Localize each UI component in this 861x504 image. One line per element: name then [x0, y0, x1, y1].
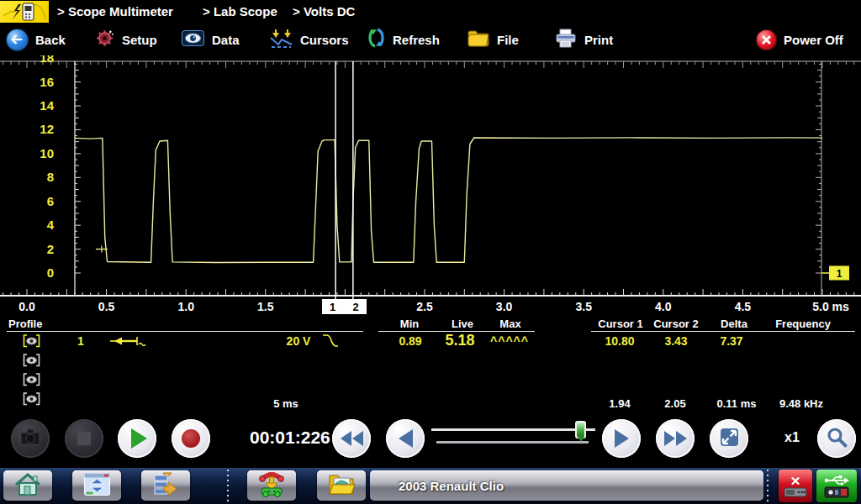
refresh-icon — [367, 27, 385, 52]
back-label: Back — [35, 33, 66, 47]
svg-text:16: 16 — [40, 75, 54, 89]
data-manager-button[interactable] — [141, 470, 190, 501]
active-vehicle-bar[interactable]: 2003 Renault Clio — [370, 470, 763, 501]
back-icon — [7, 29, 28, 50]
scrub-track-bottom[interactable] — [436, 441, 589, 444]
x-tick-label: 0.5 — [98, 300, 114, 313]
record-button[interactable] — [172, 419, 210, 458]
file-button[interactable]: File — [467, 27, 519, 52]
print-label: Print — [584, 33, 613, 47]
x-tick-label: 3.0 — [496, 300, 512, 313]
delta-time: 0.11 ms — [717, 397, 757, 410]
device-icon — [784, 487, 807, 497]
double-left-arrow-icon — [341, 431, 363, 446]
taskbar-separator-2 — [767, 470, 769, 501]
refresh-button[interactable]: Refresh — [367, 27, 440, 52]
cursor-2-tag[interactable]: 2 — [353, 301, 359, 313]
scope-window-icon — [83, 472, 111, 500]
x-tick-label: 3.5 — [575, 300, 591, 313]
channel-2-eye-toggle[interactable] — [23, 354, 40, 370]
data-stack-icon — [152, 472, 179, 500]
printer-icon — [555, 29, 577, 51]
cursors-label: Cursors — [300, 33, 349, 47]
breadcrumb-item-scope-multimeter[interactable]: > Scope Multimeter — [57, 4, 173, 18]
cursor-1-tag[interactable]: 1 — [330, 301, 335, 313]
scrub-track-top[interactable] — [431, 428, 595, 431]
cursor2-header: Cursor 2 — [653, 318, 698, 330]
falling-edge-icon[interactable] — [321, 333, 340, 352]
channel-scale[interactable]: 20 V — [287, 334, 311, 348]
setup-label: Setup — [122, 33, 157, 47]
x-tick-label: 1.5 — [257, 300, 273, 313]
power-off-icon — [757, 30, 776, 50]
screen: > Scope Multimeter > Lab Scope > Volts D… — [0, 0, 861, 504]
setup-button[interactable]: Setup — [95, 27, 157, 52]
min-value: 0.89 — [399, 334, 421, 348]
cursors-button[interactable]: Cursors — [270, 27, 349, 52]
x-tick-label: 4.0 — [655, 300, 671, 313]
play-button[interactable] — [118, 419, 156, 458]
scanner-button[interactable] — [247, 470, 296, 501]
back-button[interactable]: Back — [7, 27, 66, 52]
svg-text:4: 4 — [47, 218, 55, 232]
right-arrow-icon — [615, 429, 629, 448]
print-button[interactable]: Print — [555, 27, 613, 52]
trigger-slope-icon[interactable] — [109, 334, 148, 352]
vehicle-record-button[interactable] — [317, 470, 366, 501]
svg-text:10: 10 — [40, 146, 54, 160]
power-off-label: Power Off — [784, 33, 843, 47]
svg-text:0: 0 — [47, 265, 54, 280]
scrub-slider-thumb[interactable] — [575, 421, 586, 438]
scope-window-button[interactable] — [72, 470, 121, 501]
expand-view-button[interactable] — [710, 419, 748, 458]
live-value: 5.18 — [445, 332, 474, 349]
profile-header: Profile — [8, 318, 42, 330]
cursor2-value: 3.43 — [664, 334, 687, 348]
step-back-button[interactable] — [386, 419, 425, 458]
channel-4-eye-toggle[interactable] — [23, 392, 40, 409]
folder-icon — [467, 29, 489, 50]
x-tick-label: 0.0 — [18, 300, 34, 313]
svg-text:14: 14 — [40, 98, 54, 113]
cursor1-header: Cursor 1 — [598, 318, 642, 330]
cursor1-time: 1.94 — [609, 397, 630, 410]
stop-button[interactable] — [65, 419, 103, 458]
data-button[interactable]: Data — [182, 27, 240, 52]
rewind-button[interactable] — [332, 419, 371, 458]
gear-icon — [95, 29, 114, 51]
file-label: File — [497, 33, 519, 47]
channel-1-badge[interactable]: 1 — [821, 266, 849, 281]
channel-1-eye-toggle[interactable] — [23, 334, 40, 351]
home-button[interactable] — [3, 470, 52, 501]
svg-text:12: 12 — [40, 122, 54, 136]
breadcrumb-item-lab-scope[interactable]: > Lab Scope — [203, 4, 277, 18]
frequency-header: Frequency — [775, 318, 831, 330]
usb-device-button[interactable] — [816, 470, 857, 502]
magnifier-icon — [826, 426, 848, 452]
power-off-button[interactable]: Power Off — [757, 27, 843, 52]
channel-number: 1 — [77, 334, 84, 348]
left-arrow-icon — [399, 429, 413, 448]
channel-3-eye-toggle[interactable] — [23, 373, 40, 390]
active-vehicle-label: 2003 Renault Clio — [399, 479, 504, 493]
zoom-level: x1 — [784, 430, 800, 445]
scan-tool-logo-icon — [0, 1, 49, 23]
snapshot-button[interactable] — [11, 419, 50, 458]
cursor1-value: 10.80 — [605, 334, 634, 348]
cursor-readout-box[interactable]: 1 2 — [322, 299, 367, 314]
fast-forward-button[interactable] — [656, 419, 695, 458]
disconnect-x-icon: ✕ — [790, 475, 801, 486]
step-forward-button[interactable] — [602, 419, 641, 458]
timestamp: 00:01:226 — [250, 428, 327, 448]
disconnect-device-button[interactable]: ✕ — [779, 470, 812, 502]
delta-value: 7.37 — [720, 334, 742, 348]
breadcrumb-item-volts-dc[interactable]: > Volts DC — [293, 4, 355, 18]
scope-axes — [0, 61, 861, 296]
zoom-button[interactable] — [817, 419, 856, 458]
module-icon — [824, 486, 849, 498]
cursors-icon — [270, 29, 293, 51]
data-label: Data — [212, 33, 240, 47]
svg-text:1: 1 — [837, 268, 843, 280]
scope-plot: 1816141210864201 — [0, 55, 861, 301]
sweep-value[interactable]: 5 ms — [273, 397, 298, 410]
